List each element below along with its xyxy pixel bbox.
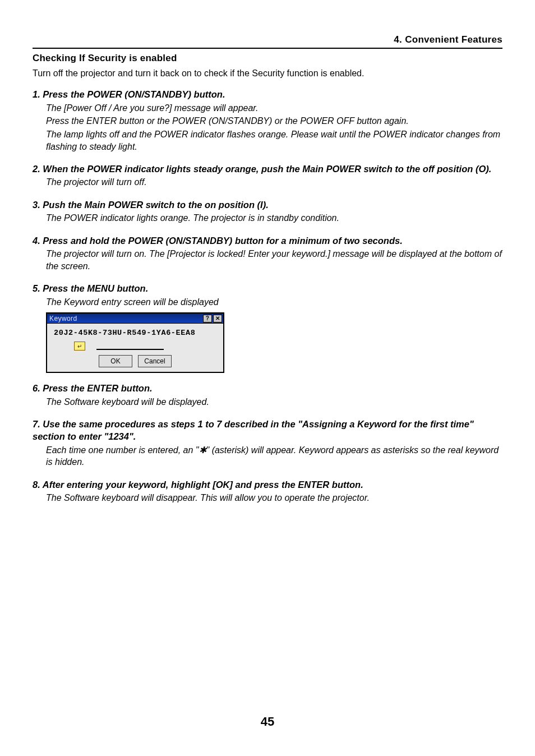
step-3-line-1: The POWER indicator lights orange. The p… xyxy=(46,212,502,224)
intro-text: Turn off the projector and turn it back … xyxy=(33,67,502,80)
step-5-body: The Keyword entry screen will be display… xyxy=(46,296,502,308)
step-7-body: Each time one number is entered, an "✱" … xyxy=(46,444,502,468)
step-2-line-1: The projector will turn off. xyxy=(46,176,502,188)
step-8-line-1: The Software keyboard will disappear. Th… xyxy=(46,492,502,504)
step-7-line-1: Each time one number is entered, an "✱" … xyxy=(46,444,502,468)
step-5-line-1: The Keyword entry screen will be display… xyxy=(46,296,502,308)
page-number: 45 xyxy=(0,713,535,730)
step-5-title: 5. Press the MENU button. xyxy=(33,282,502,294)
step-7-title: 7. Use the same procedures as steps 1 to… xyxy=(33,418,502,443)
help-icon[interactable]: ? xyxy=(203,315,212,322)
keyword-input[interactable] xyxy=(96,349,164,350)
step-6-line-1: The Software keyboard will be displayed. xyxy=(46,396,502,408)
step-6-body: The Software keyboard will be displayed. xyxy=(46,396,502,408)
step-1-line-3: The lamp lights off and the POWER indica… xyxy=(46,128,502,153)
step-2-title: 2. When the POWER indicator lights stead… xyxy=(33,163,502,175)
step-1-line-1: The [Power Off / Are you sure?] message … xyxy=(46,102,502,114)
keyword-dialog: Keyword ? ✕ 20J2-45K8-73HU-R549-1YA6-EEA… xyxy=(46,312,224,373)
step-3-body: The POWER indicator lights orange. The p… xyxy=(46,212,502,224)
dialog-titlebar: Keyword ? ✕ xyxy=(47,314,223,324)
keyword-display-code: 20J2-45K8-73HU-R549-1YA6-EEA8 xyxy=(52,327,219,342)
step-6-title: 6. Press the ENTER button. xyxy=(33,382,502,394)
step-1-title: 1. Press the POWER (ON/STANDBY) button. xyxy=(33,88,502,100)
step-8-body: The Software keyboard will disappear. Th… xyxy=(46,492,502,504)
subsection-title: Checking If Security is enabled xyxy=(33,52,502,65)
keyword-dialog-screenshot: Keyword ? ✕ 20J2-45K8-73HU-R549-1YA6-EEA… xyxy=(46,312,502,373)
step-8-title: 8. After entering your keyword, highligh… xyxy=(33,478,502,491)
section-header: 4. Convenient Features xyxy=(33,34,502,49)
step-4-line-1: The projector will turn on. The [Project… xyxy=(46,248,502,272)
step-4-body: The projector will turn on. The [Project… xyxy=(46,248,502,272)
step-1-line-2: Press the ENTER button or the POWER (ON/… xyxy=(46,115,502,127)
step-1-body: The [Power Off / Are you sure?] message … xyxy=(46,102,502,153)
step-4-title: 4. Press and hold the POWER (ON/STANDBY)… xyxy=(33,234,502,247)
dialog-title: Keyword xyxy=(49,314,77,323)
step-3-title: 3. Push the Main POWER switch to the on … xyxy=(33,199,502,211)
cancel-button[interactable]: Cancel xyxy=(138,355,172,367)
ok-button[interactable]: OK xyxy=(99,355,132,367)
enter-icon[interactable]: ↵ xyxy=(74,342,85,351)
asterisk-glyph: ✱ xyxy=(199,445,206,455)
step-2-body: The projector will turn off. xyxy=(46,176,502,188)
close-icon[interactable]: ✕ xyxy=(213,315,222,322)
